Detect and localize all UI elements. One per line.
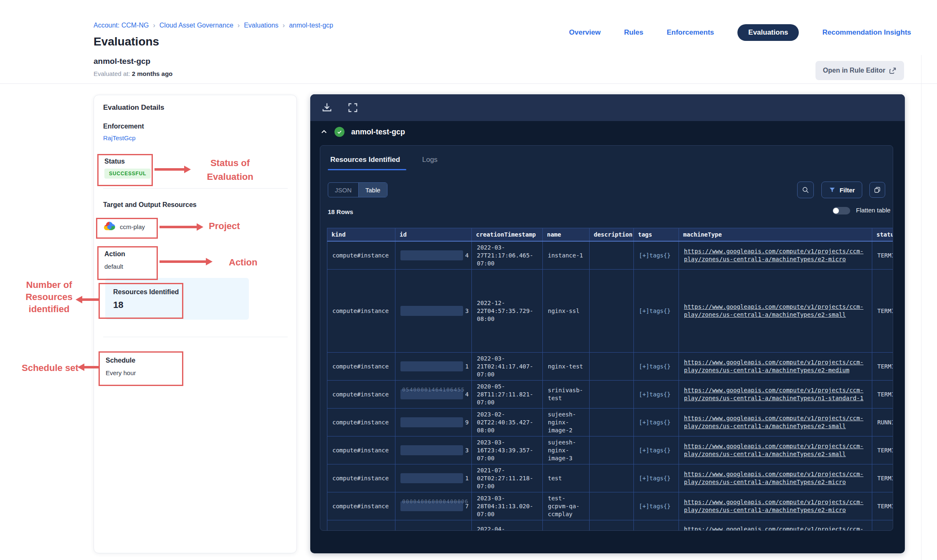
panel-evaluation-title: anmol-test-gcp (351, 128, 405, 136)
cell-id: 3 (395, 436, 472, 464)
evaluated-at: Evaluated at: 2 months ago (94, 70, 172, 77)
evaluated-at-value: 2 months ago (132, 70, 173, 77)
collapse-chevron-icon[interactable] (320, 128, 328, 136)
id-trailing-digit: 1 (465, 363, 468, 371)
view-toggle-json[interactable]: JSON (328, 183, 358, 197)
cell-creation-timestamp: 2021-07- 02T02:27:11.218- 07:00 (472, 464, 543, 492)
nav-item-enforcements[interactable]: Enforcements (667, 28, 714, 37)
breadcrumb-item[interactable]: Evaluations (244, 22, 279, 29)
cell-tags[interactable]: [+]tags{} (634, 270, 679, 352)
tab-resources-identified[interactable]: Resources Identified (330, 156, 400, 164)
cell-id: 1 (395, 353, 472, 380)
nav-item-overview[interactable]: Overview (569, 28, 601, 37)
table-row: compute#instance12021-07- 02T02:27:11.21… (327, 464, 893, 492)
annotation-text-schedule: Schedule set (22, 361, 79, 374)
column-header-creationTimestamp: creationTimestamp (472, 228, 543, 241)
cell-machine-type: https://www.googleapis.com/compute/v1/pr… (679, 242, 872, 269)
machine-type-link[interactable]: https://www.googleapis.com/compute/v1/pr… (684, 470, 864, 486)
cell-description (590, 492, 634, 520)
details-title: Evaluation Details (103, 103, 164, 112)
machine-type-link[interactable]: https://www.googleapis.com/compute/v1/pr… (684, 498, 864, 514)
tab-logs[interactable]: Logs (422, 156, 438, 164)
table-row: compute#instance00004006000040000672023-… (327, 492, 893, 520)
id-trailing-digit: 3 (465, 446, 468, 454)
nav-item-evaluations[interactable]: Evaluations (737, 24, 799, 41)
page-scrollbar-gutter[interactable] (921, 55, 922, 560)
evaluated-at-label: Evaluated at: (94, 70, 130, 77)
cell-description (590, 464, 634, 492)
cell-tags[interactable]: [+]tags{} (634, 242, 679, 269)
redacted-id-block (400, 361, 463, 371)
rows-count: 18 Rows (328, 208, 353, 215)
cell-tags[interactable]: [+]tags{} (634, 381, 679, 408)
table-row: compute#instance0540000146410645542020-0… (327, 381, 893, 409)
project-value: ccm-play (120, 223, 145, 230)
column-header-tags: tags (634, 228, 679, 241)
open-in-rule-editor-button[interactable]: Open in Rule Editor (815, 61, 904, 80)
table-row: 2022-04-https://www.googleapis.com/compu… (327, 520, 893, 531)
annotation-text-status: Status of Evaluation (195, 156, 265, 184)
cell-creation-timestamp: 2023-02- 02T22:40:35.427- 08:00 (472, 409, 543, 436)
cell-creation-timestamp: 2022-04- (472, 520, 543, 531)
breadcrumb-item[interactable]: anmol-test-gcp (289, 22, 333, 29)
machine-type-link[interactable]: https://www.googleapis.com/compute/v1/pr… (684, 358, 864, 374)
machine-type-link[interactable]: https://www.googleapis.com/compute/v1/pr… (684, 442, 864, 458)
machine-type-link[interactable]: https://www.googleapis.com/compute/v1/pr… (684, 525, 864, 531)
cell-tags[interactable]: [+]tags{} (634, 436, 679, 464)
download-icon[interactable] (321, 102, 333, 114)
machine-type-link[interactable]: https://www.googleapis.com/compute/v1/pr… (684, 414, 864, 430)
search-button[interactable] (797, 182, 814, 198)
breadcrumb-item[interactable]: Account: CCM-NG (94, 22, 149, 29)
redacted-id-block (400, 473, 463, 483)
enforcement-link[interactable]: RajTestGcp (103, 134, 136, 141)
cell-id: 0000400600004000067 (395, 492, 472, 520)
cell-id: 054000014641064554 (395, 381, 472, 408)
cell-tags[interactable]: [+]tags{} (634, 409, 679, 436)
filter-icon (829, 187, 836, 193)
resources-identified-box (105, 278, 249, 320)
cell-name: test (543, 464, 590, 492)
nav-item-recommendation-insights[interactable]: Recommendation Insights (822, 28, 911, 37)
open-in-rule-editor-label: Open in Rule Editor (823, 67, 885, 74)
cell-tags[interactable]: [+]tags{} (634, 492, 679, 520)
cell-status: TERMINATED (872, 492, 893, 520)
view-toggle-table[interactable]: Table (358, 183, 387, 197)
flatten-toggle[interactable] (833, 207, 850, 214)
results-panel: anmol-test-gcp Resources Identified Logs… (310, 94, 905, 553)
cell-machine-type: https://www.googleapis.com/compute/v1/pr… (679, 464, 872, 492)
nav-item-rules[interactable]: Rules (624, 28, 643, 37)
section-divider (103, 337, 288, 337)
annotation-arrow-action (160, 260, 206, 263)
column-header-description: description (590, 228, 634, 241)
filter-button[interactable]: Filter (821, 182, 862, 198)
cell-tags[interactable]: [+]tags{} (634, 353, 679, 380)
breadcrumb-separator: › (283, 22, 285, 29)
copy-icon (874, 186, 881, 194)
id-trailing-digit: 4 (465, 252, 468, 260)
cell-creation-timestamp: 2023-03- 16T23:43:39.357- 07:00 (472, 436, 543, 464)
cell-id: 3 (395, 270, 472, 352)
machine-type-link[interactable]: https://www.googleapis.com/compute/v1/pr… (684, 303, 864, 319)
table-row: compute#instance42022-03- 27T21:17:06.46… (327, 242, 893, 270)
evaluation-name: anmol-test-gcp (94, 57, 150, 66)
cell-name: test- gcpvm-qa- ccmplay (543, 492, 590, 520)
results-card: Resources Identified Logs JSON Table Fil… (320, 145, 893, 531)
copy-button[interactable] (869, 182, 885, 198)
cell-name (543, 520, 590, 531)
machine-type-link[interactable]: https://www.googleapis.com/compute/v1/pr… (684, 247, 864, 263)
annotation-arrow-project (160, 226, 197, 228)
status-label: Status (104, 158, 125, 165)
cell-name: sujeesh- nginx- image-3 (543, 436, 590, 464)
breadcrumb-item[interactable]: Cloud Asset Governance (160, 22, 233, 29)
machine-type-link[interactable]: https://www.googleapis.com/compute/v1/pr… (684, 386, 864, 402)
cell-tags[interactable]: [+]tags{} (634, 464, 679, 492)
cell-status: TERMINATED (872, 353, 893, 380)
fullscreen-icon[interactable] (347, 102, 359, 114)
breadcrumb: Account: CCM-NG›Cloud Asset Governance›E… (94, 22, 333, 29)
id-trailing-digit: 1 (465, 474, 468, 482)
redacted-id-block (400, 250, 463, 260)
id-trailing-digit: 9 (465, 419, 468, 426)
annotation-arrow-status (154, 168, 185, 171)
cell-description (590, 353, 634, 380)
cell-description (590, 520, 634, 531)
